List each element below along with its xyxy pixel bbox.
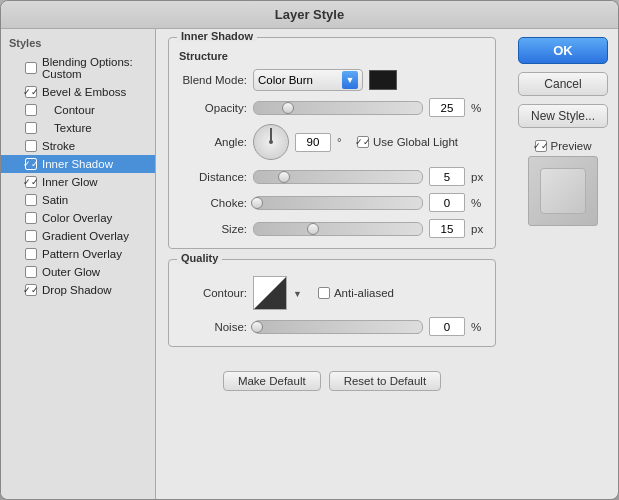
- style-checkbox-5[interactable]: ✓: [25, 158, 37, 170]
- opacity-thumb[interactable]: [282, 102, 294, 114]
- style-checkbox-11[interactable]: [25, 266, 37, 278]
- style-item-8[interactable]: Color Overlay: [1, 209, 155, 227]
- distance-row: Distance: px: [179, 167, 485, 186]
- style-item-2[interactable]: Contour: [1, 101, 155, 119]
- style-checkbox-7[interactable]: [25, 194, 37, 206]
- style-checkbox-1[interactable]: ✓: [25, 86, 37, 98]
- distance-unit: px: [471, 171, 485, 183]
- dialog-title: Layer Style: [275, 7, 344, 22]
- global-light-checkbox-row[interactable]: ✓ Use Global Light: [357, 136, 458, 148]
- style-label-10: Pattern Overlay: [42, 248, 122, 260]
- style-label-1: Bevel & Emboss: [42, 86, 126, 98]
- style-label-3: Texture: [42, 122, 92, 134]
- style-label-12: Drop Shadow: [42, 284, 112, 296]
- style-label-2: Contour: [42, 104, 95, 116]
- cancel-button[interactable]: Cancel: [518, 72, 608, 96]
- reset-to-default-button[interactable]: Reset to Default: [329, 371, 441, 391]
- ok-button[interactable]: OK: [518, 37, 608, 64]
- style-item-6[interactable]: ✓Inner Glow: [1, 173, 155, 191]
- style-checkbox-6[interactable]: ✓: [25, 176, 37, 188]
- angle-unit: °: [337, 136, 351, 148]
- choke-thumb[interactable]: [251, 197, 263, 209]
- quality-title: Quality: [177, 252, 222, 264]
- choke-label: Choke:: [179, 197, 247, 209]
- layer-style-dialog: Layer Style Styles Blending Options: Cus…: [0, 0, 619, 500]
- contour-arrow[interactable]: ▼: [293, 286, 302, 300]
- size-input[interactable]: [429, 219, 465, 238]
- style-item-7[interactable]: Satin: [1, 191, 155, 209]
- style-list: Blending Options: Custom✓Bevel & EmbossC…: [1, 53, 155, 299]
- style-item-9[interactable]: Gradient Overlay: [1, 227, 155, 245]
- blend-mode-label: Blend Mode:: [179, 74, 247, 86]
- style-label-6: Inner Glow: [42, 176, 98, 188]
- anti-alias-checkbox[interactable]: [318, 287, 330, 299]
- style-label-8: Color Overlay: [42, 212, 112, 224]
- size-slider[interactable]: [253, 222, 423, 236]
- style-item-3[interactable]: Texture: [1, 119, 155, 137]
- angle-center: [269, 140, 273, 144]
- blend-mode-select[interactable]: Color Burn ▼: [253, 69, 363, 91]
- size-thumb[interactable]: [307, 223, 319, 235]
- style-checkbox-12[interactable]: ✓: [25, 284, 37, 296]
- style-item-5[interactable]: ✓Inner Shadow: [1, 155, 155, 173]
- choke-input[interactable]: [429, 193, 465, 212]
- style-item-0[interactable]: Blending Options: Custom: [1, 53, 155, 83]
- angle-dial[interactable]: [253, 124, 289, 160]
- choke-slider[interactable]: [253, 196, 423, 210]
- contour-row: Contour: ▼ Anti-aliased: [179, 276, 485, 310]
- style-label-11: Outer Glow: [42, 266, 100, 278]
- svg-marker-0: [254, 276, 287, 309]
- distance-input[interactable]: [429, 167, 465, 186]
- noise-thumb[interactable]: [251, 321, 263, 333]
- inner-shadow-title: Inner Shadow: [177, 30, 257, 42]
- preview-section: ✓ Preview: [518, 140, 608, 226]
- style-label-0: Blending Options: Custom: [42, 56, 145, 80]
- anti-alias-label: Anti-aliased: [334, 287, 394, 299]
- size-label: Size:: [179, 223, 247, 235]
- styles-header: Styles: [1, 33, 155, 53]
- style-item-1[interactable]: ✓Bevel & Emboss: [1, 83, 155, 101]
- style-item-4[interactable]: Stroke: [1, 137, 155, 155]
- noise-label: Noise:: [179, 321, 247, 333]
- style-checkbox-9[interactable]: [25, 230, 37, 242]
- global-light-checkbox[interactable]: ✓: [357, 136, 369, 148]
- style-item-12[interactable]: ✓Drop Shadow: [1, 281, 155, 299]
- make-default-button[interactable]: Make Default: [223, 371, 321, 391]
- bottom-buttons: Make Default Reset to Default: [168, 365, 496, 395]
- preview-label: Preview: [551, 140, 592, 152]
- preview-label-row: ✓ Preview: [535, 140, 592, 152]
- angle-row: Angle: ° ✓ Use Global Light: [179, 124, 485, 160]
- distance-label: Distance:: [179, 171, 247, 183]
- opacity-slider[interactable]: [253, 101, 423, 115]
- dialog-body: Styles Blending Options: Custom✓Bevel & …: [1, 29, 618, 499]
- style-item-10[interactable]: Pattern Overlay: [1, 245, 155, 263]
- distance-slider[interactable]: [253, 170, 423, 184]
- new-style-button[interactable]: New Style...: [518, 104, 608, 128]
- preview-thumbnail: [528, 156, 598, 226]
- color-swatch[interactable]: [369, 70, 397, 90]
- contour-selector[interactable]: [253, 276, 287, 310]
- blend-mode-arrow: ▼: [342, 71, 358, 89]
- style-checkbox-4[interactable]: [25, 140, 37, 152]
- style-checkbox-2[interactable]: [25, 104, 37, 116]
- style-label-4: Stroke: [42, 140, 75, 152]
- noise-slider[interactable]: [253, 320, 423, 334]
- preview-checkbox[interactable]: ✓: [535, 140, 547, 152]
- style-checkbox-0[interactable]: [25, 62, 37, 74]
- style-checkbox-8[interactable]: [25, 212, 37, 224]
- opacity-row: Opacity: %: [179, 98, 485, 117]
- anti-alias-row[interactable]: Anti-aliased: [318, 287, 394, 299]
- noise-row: Noise: %: [179, 317, 485, 336]
- preview-inner: [540, 168, 586, 214]
- style-checkbox-10[interactable]: [25, 248, 37, 260]
- noise-input[interactable]: [429, 317, 465, 336]
- angle-input[interactable]: [295, 133, 331, 152]
- inner-shadow-section: Inner Shadow Structure Blend Mode: Color…: [168, 37, 496, 249]
- title-bar: Layer Style: [1, 1, 618, 29]
- style-checkbox-3[interactable]: [25, 122, 37, 134]
- style-item-11[interactable]: Outer Glow: [1, 263, 155, 281]
- opacity-input[interactable]: [429, 98, 465, 117]
- distance-thumb[interactable]: [278, 171, 290, 183]
- left-panel: Styles Blending Options: Custom✓Bevel & …: [1, 29, 156, 499]
- global-light-label: Use Global Light: [373, 136, 458, 148]
